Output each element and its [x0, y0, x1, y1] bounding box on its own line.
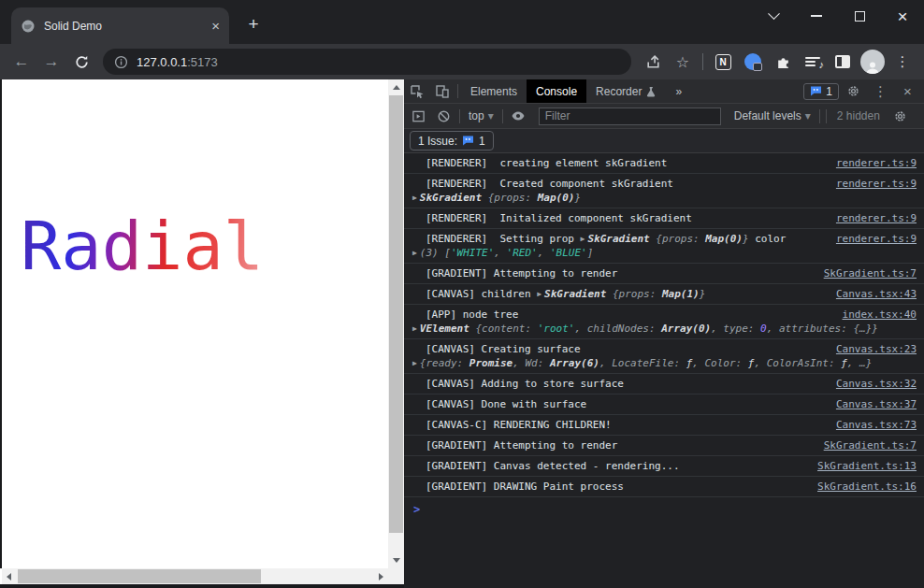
console-sidebar-icon[interactable] — [406, 104, 431, 128]
browser-tab[interactable]: Solid Demo × — [11, 7, 229, 44]
devtools-menu-icon[interactable]: ⋮ — [868, 83, 893, 100]
console-toolbar: top▾ Default levels▾ 2 hidden — [404, 104, 924, 129]
console-text: SkGradient — [544, 288, 613, 300]
toolbar-divider — [459, 109, 460, 123]
console-text: 'WHITE' — [451, 247, 494, 259]
console-text: SkGradient — [420, 192, 488, 204]
minimize-button[interactable] — [795, 0, 838, 32]
tab-console[interactable]: Console — [527, 79, 586, 103]
log-levels-selector[interactable]: Default levels▾ — [729, 109, 816, 122]
source-link[interactable]: Canvas.tsx:32 — [836, 377, 917, 391]
extension-notion-icon[interactable]: N — [709, 48, 737, 76]
profile-avatar[interactable] — [859, 48, 887, 76]
console-text: Array(0) — [661, 323, 711, 335]
site-info-icon[interactable] — [114, 55, 128, 69]
console-text: , …} — [847, 357, 873, 369]
side-panel-icon[interactable] — [829, 48, 857, 76]
console-text: , childNodes: — [574, 323, 661, 335]
scrollbar-corner — [388, 568, 404, 584]
source-link[interactable]: SkGradient.ts:7 — [824, 266, 917, 280]
source-link[interactable]: renderer.ts:9 — [836, 177, 917, 191]
expand-triangle-icon[interactable]: ▶ — [412, 194, 417, 202]
scroll-left-icon[interactable] — [7, 573, 11, 581]
toolbar-divider — [819, 109, 820, 123]
filter-input[interactable] — [539, 108, 721, 125]
vertical-scroll-thumb[interactable] — [389, 95, 403, 533]
console-message-row: [RENDERER] creating element skGradientre… — [404, 153, 924, 174]
console-text: [CANVAS] Done with surface — [426, 398, 586, 410]
source-link[interactable]: renderer.ts:9 — [836, 232, 917, 246]
expand-triangle-icon[interactable]: ▶ — [412, 359, 417, 367]
tab-elements[interactable]: Elements — [461, 79, 527, 103]
scroll-down-icon[interactable] — [393, 558, 400, 563]
console-settings-gear-icon[interactable] — [888, 104, 913, 128]
browser-menu-icon[interactable]: ⋮ — [888, 48, 917, 76]
source-link[interactable]: Canvas.tsx:43 — [836, 287, 917, 301]
vertical-scrollbar[interactable] — [388, 79, 404, 568]
url-host: 127.0.0.1 — [137, 55, 187, 69]
console-text: [GRADIENT] Attempting to render — [426, 267, 617, 280]
devtools-settings-gear-icon[interactable] — [841, 84, 866, 98]
maximize-button[interactable] — [838, 0, 881, 32]
source-link[interactable]: Canvas.tsx:37 — [836, 397, 917, 411]
console-text: color — [749, 233, 787, 245]
console-message-row: [GRADIENT] Canvas detected - rendering..… — [404, 456, 924, 477]
source-link[interactable]: SkGradient.ts:13 — [817, 459, 917, 473]
scroll-up-icon[interactable] — [393, 85, 400, 90]
console-message-row: [GRADIENT] Attempting to renderSkGradien… — [404, 264, 924, 284]
extension-playlist-icon[interactable]: ♪ — [799, 48, 827, 76]
source-link[interactable]: SkGradient.ts:16 — [817, 480, 917, 494]
page-content: Radial — [0, 79, 388, 568]
horizontal-scroll-thumb[interactable] — [18, 569, 261, 583]
browser-toolbar: ← → 127.0.0.1:5173 ☆ N ♪ ⋮ — [0, 44, 924, 79]
source-link[interactable]: renderer.ts:9 — [836, 211, 917, 225]
console-text: 0 — [760, 323, 767, 335]
console-text: [RENDERER] Initalized component skGradie… — [426, 212, 692, 224]
console-prompt[interactable]: > — [404, 497, 924, 520]
reload-icon[interactable] — [67, 48, 95, 76]
source-link[interactable]: Canvas.tsx:73 — [836, 418, 917, 432]
console-text: [GRADIENT] Attempting to render — [426, 439, 617, 452]
console-message-count-badge[interactable]: 1 — [803, 83, 839, 100]
expand-triangle-icon[interactable]: ▶ — [412, 324, 417, 333]
extensions-puzzle-icon[interactable] — [769, 48, 797, 76]
source-link[interactable]: renderer.ts:9 — [836, 156, 917, 170]
tab-recorder[interactable]: Recorder — [586, 79, 666, 103]
expand-triangle-icon[interactable]: ▶ — [412, 249, 417, 257]
close-button[interactable]: × — [881, 0, 924, 32]
device-toolbar-icon[interactable] — [429, 79, 455, 103]
console-text: Map(0) — [538, 192, 575, 204]
devtools-tabbar: Elements Console Recorder » 1 — [404, 79, 924, 104]
issues-badge[interactable]: 1 Issue: 1 — [410, 131, 494, 151]
clear-console-icon[interactable] — [431, 104, 456, 128]
address-bar[interactable]: 127.0.0.1:5173 — [103, 49, 631, 75]
extension-lock-icon[interactable] — [739, 48, 767, 76]
bookmark-star-icon[interactable]: ☆ — [669, 48, 697, 76]
page-viewport: Radial — [0, 79, 404, 588]
console-text: [CANVAS-C] RENDERING CHILDREN! — [426, 419, 612, 431]
tab-close-icon[interactable]: × — [211, 19, 220, 33]
share-icon[interactable] — [639, 48, 667, 76]
devtools-close-icon[interactable]: × — [895, 83, 920, 99]
console-text: VElement — [420, 323, 476, 335]
back-icon[interactable]: ← — [7, 48, 36, 76]
source-link[interactable]: index.tsx:40 — [843, 308, 917, 322]
console-text: Promise — [469, 357, 513, 369]
hidden-messages-count[interactable]: 2 hidden — [837, 109, 880, 122]
more-tabs-icon[interactable]: » — [666, 79, 691, 103]
horizontal-scrollbar[interactable] — [2, 568, 388, 584]
live-expression-eye-icon[interactable] — [506, 104, 531, 128]
source-link[interactable]: Canvas.tsx:23 — [836, 342, 917, 356]
inspect-element-icon[interactable] — [404, 79, 429, 103]
expand-triangle-icon[interactable]: ▶ — [537, 290, 541, 298]
context-selector[interactable]: top▾ — [463, 109, 499, 122]
expand-triangle-icon[interactable]: ▶ — [581, 235, 585, 243]
scroll-right-icon[interactable] — [379, 573, 383, 581]
source-link[interactable]: SkGradient.ts:7 — [824, 438, 917, 452]
new-tab-button[interactable]: + — [241, 12, 266, 36]
forward-icon[interactable]: → — [37, 48, 65, 76]
console-text: } — [743, 233, 749, 245]
window-chevron-icon[interactable] — [752, 0, 795, 32]
console-message-row: [GRADIENT] Attempting to renderSkGradien… — [404, 436, 924, 456]
chat-bubble-icon — [462, 136, 474, 146]
